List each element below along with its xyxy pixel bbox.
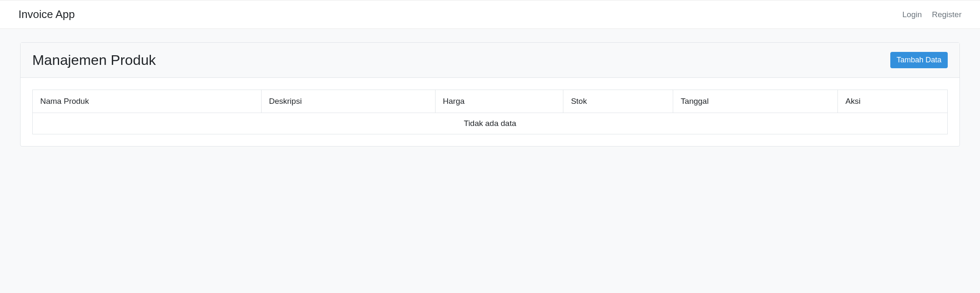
col-nama-produk: Nama Produk [33,90,262,113]
card-header: Manajemen Produk Tambah Data [21,43,959,78]
col-harga: Harga [435,90,563,113]
table-row-empty: Tidak ada data [33,113,948,134]
nav-item: Login [902,10,922,19]
table-body: Tidak ada data [33,113,948,134]
login-link[interactable]: Login [902,10,922,19]
page-title: Manajemen Produk [32,52,156,68]
product-table: Nama Produk Deskripsi Harga Stok Tanggal… [32,90,948,134]
table-header-row: Nama Produk Deskripsi Harga Stok Tanggal… [33,90,948,113]
register-link[interactable]: Register [932,10,962,19]
col-aksi: Aksi [838,90,948,113]
navbar-nav: Login Register [902,10,962,19]
main-container: Manajemen Produk Tambah Data Nama Produk… [0,29,980,160]
table-head: Nama Produk Deskripsi Harga Stok Tanggal… [33,90,948,113]
navbar: Invoice App Login Register [0,0,980,29]
col-tanggal: Tanggal [673,90,838,113]
nav-item: Register [932,10,962,19]
col-stok: Stok [563,90,673,113]
product-card: Manajemen Produk Tambah Data Nama Produk… [20,42,960,146]
add-data-button[interactable]: Tambah Data [890,52,948,68]
empty-message: Tidak ada data [33,113,948,134]
card-body: Nama Produk Deskripsi Harga Stok Tanggal… [21,78,959,146]
col-deskripsi: Deskripsi [261,90,435,113]
navbar-brand[interactable]: Invoice App [18,8,75,21]
